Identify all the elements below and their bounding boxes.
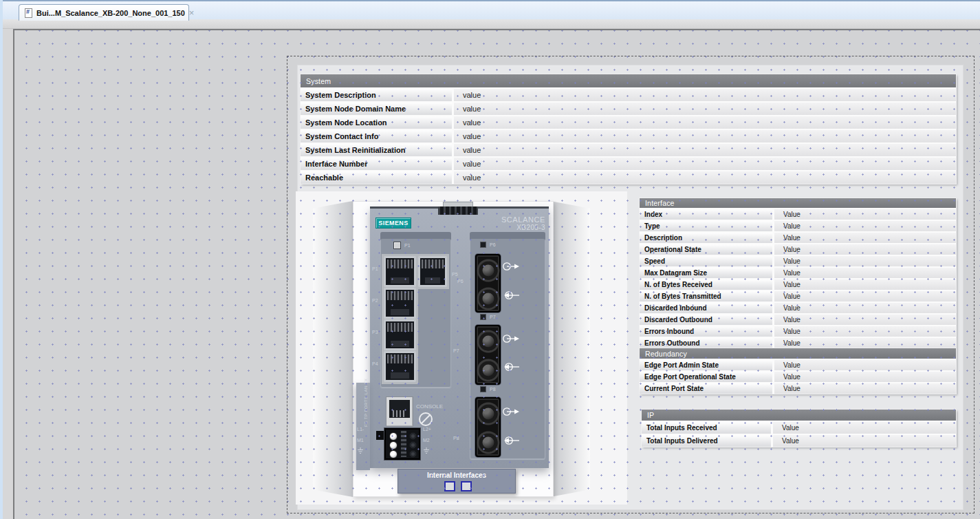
faceplate-selection-border[interactable] (287, 56, 974, 513)
editor-canvas[interactable]: System System DescriptionvalueSystem Nod… (13, 29, 980, 519)
window-left-edge (0, 0, 3, 519)
canvas-bevel-left (13, 29, 14, 519)
tab-bar: # Bui...M_Scalance_XB-200_None_001_150 × (0, 0, 980, 19)
faceplate-document-icon: # (25, 8, 32, 18)
tab-scalance-faceplate[interactable]: # Bui...M_Scalance_XB-200_None_001_150 × (19, 4, 189, 21)
tab-title: Bui...M_Scalance_XB-200_None_001_150 (36, 9, 185, 17)
toolbar-strip (0, 19, 980, 29)
tab-close-icon[interactable]: × (189, 8, 195, 17)
canvas-bevel-top (13, 29, 980, 30)
